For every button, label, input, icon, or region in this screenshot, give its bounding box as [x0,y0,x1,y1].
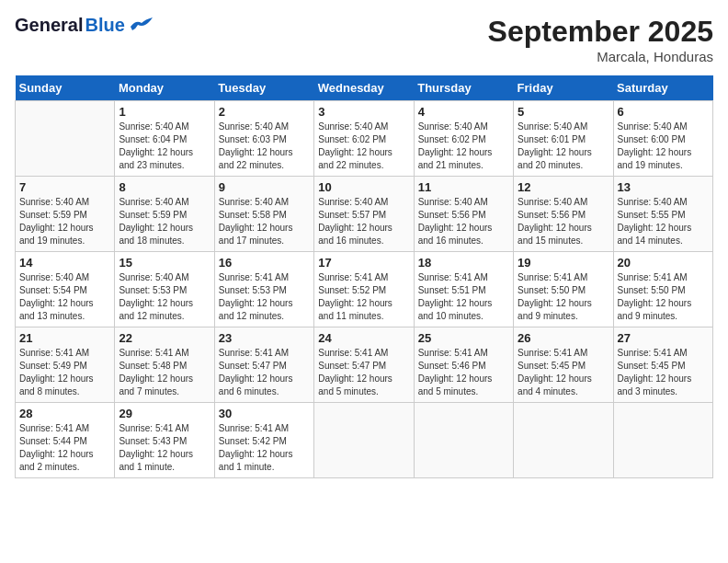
calendar-header: SundayMondayTuesdayWednesdayThursdayFrid… [16,75,713,101]
calendar-cell: 8Sunrise: 5:40 AM Sunset: 5:59 PM Daylig… [115,177,214,252]
day-number: 20 [618,256,709,270]
calendar-cell: 5Sunrise: 5:40 AM Sunset: 6:01 PM Daylig… [514,101,613,177]
day-info: Sunrise: 5:41 AM Sunset: 5:50 PM Dayligh… [518,271,609,323]
day-number: 22 [119,331,210,345]
day-info: Sunrise: 5:40 AM Sunset: 5:56 PM Dayligh… [418,196,509,247]
day-info: Sunrise: 5:40 AM Sunset: 5:59 PM Dayligh… [119,196,210,247]
day-info: Sunrise: 5:41 AM Sunset: 5:50 PM Dayligh… [618,271,709,323]
calendar-cell: 14Sunrise: 5:40 AM Sunset: 5:54 PM Dayli… [16,252,115,327]
day-info: Sunrise: 5:41 AM Sunset: 5:51 PM Dayligh… [418,271,509,323]
day-of-week-wednesday: Wednesday [314,75,414,101]
day-info: Sunrise: 5:41 AM Sunset: 5:48 PM Dayligh… [119,347,210,398]
day-number: 6 [618,105,709,119]
day-number: 27 [618,331,709,345]
calendar-cell: 9Sunrise: 5:40 AM Sunset: 5:58 PM Daylig… [214,177,313,252]
title-block: September 2025 Marcala, Honduras [488,15,713,64]
calendar-cell: 24Sunrise: 5:41 AM Sunset: 5:47 PM Dayli… [314,327,414,403]
calendar-cell: 6Sunrise: 5:40 AM Sunset: 6:00 PM Daylig… [613,101,712,177]
calendar-cell: 11Sunrise: 5:40 AM Sunset: 5:56 PM Dayli… [414,177,513,252]
calendar-cell: 25Sunrise: 5:41 AM Sunset: 5:46 PM Dayli… [414,327,513,403]
calendar-cell: 27Sunrise: 5:41 AM Sunset: 5:45 PM Dayli… [613,327,712,403]
calendar-cell [414,403,513,478]
calendar-cell: 7Sunrise: 5:40 AM Sunset: 5:59 PM Daylig… [16,177,115,252]
days-of-week-row: SundayMondayTuesdayWednesdayThursdayFrid… [16,75,713,101]
day-number: 2 [219,105,310,119]
page-header: General Blue September 2025 Marcala, Hon… [15,15,713,64]
day-number: 19 [518,256,609,270]
day-info: Sunrise: 5:40 AM Sunset: 5:54 PM Dayligh… [19,271,110,323]
day-info: Sunrise: 5:41 AM Sunset: 5:43 PM Dayligh… [119,422,210,474]
day-number: 26 [518,331,609,345]
calendar-cell: 4Sunrise: 5:40 AM Sunset: 6:02 PM Daylig… [414,101,513,177]
day-of-week-friday: Friday [514,75,613,101]
month-title: September 2025 [488,15,713,49]
calendar-cell: 20Sunrise: 5:41 AM Sunset: 5:50 PM Dayli… [613,252,712,327]
calendar-cell: 19Sunrise: 5:41 AM Sunset: 5:50 PM Dayli… [514,252,613,327]
calendar-week-4: 21Sunrise: 5:41 AM Sunset: 5:49 PM Dayli… [16,327,713,403]
day-of-week-monday: Monday [115,75,214,101]
day-info: Sunrise: 5:40 AM Sunset: 6:02 PM Dayligh… [418,121,509,172]
calendar-table: SundayMondayTuesdayWednesdayThursdayFrid… [15,75,713,478]
calendar-cell [16,101,115,177]
calendar-cell: 1Sunrise: 5:40 AM Sunset: 6:04 PM Daylig… [115,101,214,177]
day-info: Sunrise: 5:41 AM Sunset: 5:45 PM Dayligh… [518,347,609,398]
calendar-cell: 23Sunrise: 5:41 AM Sunset: 5:47 PM Dayli… [214,327,313,403]
day-number: 3 [318,105,409,119]
day-info: Sunrise: 5:40 AM Sunset: 6:00 PM Dayligh… [618,121,709,172]
day-info: Sunrise: 5:40 AM Sunset: 5:59 PM Dayligh… [19,196,110,247]
day-of-week-tuesday: Tuesday [214,75,313,101]
day-number: 17 [318,256,409,270]
calendar-cell [613,403,712,478]
day-number: 13 [618,180,709,194]
day-number: 29 [119,407,210,420]
day-number: 8 [119,180,210,194]
day-info: Sunrise: 5:41 AM Sunset: 5:45 PM Dayligh… [618,347,709,398]
calendar-week-1: 1Sunrise: 5:40 AM Sunset: 6:04 PM Daylig… [16,101,713,177]
calendar-cell: 15Sunrise: 5:40 AM Sunset: 5:53 PM Dayli… [115,252,214,327]
day-info: Sunrise: 5:41 AM Sunset: 5:52 PM Dayligh… [318,271,409,323]
day-number: 15 [119,256,210,270]
day-info: Sunrise: 5:40 AM Sunset: 5:58 PM Dayligh… [219,196,310,247]
day-number: 14 [19,256,110,270]
logo: General Blue [15,15,154,36]
calendar-cell: 10Sunrise: 5:40 AM Sunset: 5:57 PM Dayli… [314,177,414,252]
calendar-cell: 12Sunrise: 5:40 AM Sunset: 5:56 PM Dayli… [514,177,613,252]
calendar-cell: 3Sunrise: 5:40 AM Sunset: 6:02 PM Daylig… [314,101,414,177]
logo-general-text: General [15,15,83,36]
day-info: Sunrise: 5:41 AM Sunset: 5:47 PM Dayligh… [318,347,409,398]
calendar-cell [314,403,414,478]
logo-bird-icon [129,17,154,34]
day-info: Sunrise: 5:41 AM Sunset: 5:49 PM Dayligh… [19,347,110,398]
day-of-week-sunday: Sunday [16,75,115,101]
day-info: Sunrise: 5:41 AM Sunset: 5:53 PM Dayligh… [219,271,310,323]
day-number: 28 [19,407,110,420]
day-number: 21 [19,331,110,345]
day-number: 18 [418,256,509,270]
calendar-cell: 22Sunrise: 5:41 AM Sunset: 5:48 PM Dayli… [115,327,214,403]
day-number: 23 [219,331,310,345]
calendar-cell: 16Sunrise: 5:41 AM Sunset: 5:53 PM Dayli… [214,252,313,327]
calendar-week-5: 28Sunrise: 5:41 AM Sunset: 5:44 PM Dayli… [16,403,713,478]
day-of-week-thursday: Thursday [414,75,513,101]
calendar-cell: 28Sunrise: 5:41 AM Sunset: 5:44 PM Dayli… [16,403,115,478]
day-info: Sunrise: 5:41 AM Sunset: 5:46 PM Dayligh… [418,347,509,398]
day-number: 9 [219,180,310,194]
logo-blue-text: Blue [85,15,124,36]
day-number: 30 [219,407,310,420]
calendar-week-2: 7Sunrise: 5:40 AM Sunset: 5:59 PM Daylig… [16,177,713,252]
day-info: Sunrise: 5:40 AM Sunset: 6:02 PM Dayligh… [318,121,409,172]
calendar-cell: 17Sunrise: 5:41 AM Sunset: 5:52 PM Dayli… [314,252,414,327]
day-number: 4 [418,105,509,119]
day-number: 12 [518,180,609,194]
day-number: 10 [318,180,409,194]
calendar-cell: 29Sunrise: 5:41 AM Sunset: 5:43 PM Dayli… [115,403,214,478]
calendar-cell: 21Sunrise: 5:41 AM Sunset: 5:49 PM Dayli… [16,327,115,403]
day-number: 11 [418,180,509,194]
day-info: Sunrise: 5:40 AM Sunset: 5:57 PM Dayligh… [318,196,409,247]
day-info: Sunrise: 5:41 AM Sunset: 5:44 PM Dayligh… [19,422,110,474]
day-info: Sunrise: 5:40 AM Sunset: 5:56 PM Dayligh… [518,196,609,247]
calendar-week-3: 14Sunrise: 5:40 AM Sunset: 5:54 PM Dayli… [16,252,713,327]
calendar-cell: 30Sunrise: 5:41 AM Sunset: 5:42 PM Dayli… [214,403,313,478]
day-info: Sunrise: 5:41 AM Sunset: 5:42 PM Dayligh… [219,422,310,474]
day-number: 7 [19,180,110,194]
